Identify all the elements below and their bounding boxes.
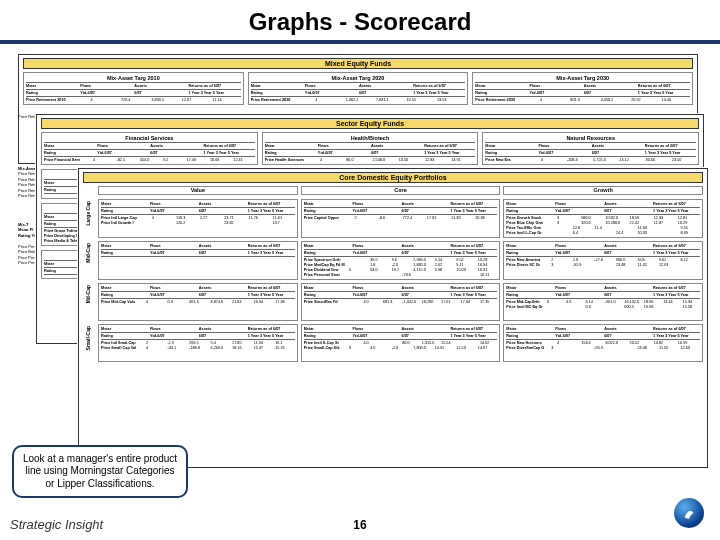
- table-row: Price Small Cap Val4-34.1-188.86,260.018…: [101, 346, 295, 350]
- table-row: Price Retirement 20104726.44,800.512.071…: [26, 98, 241, 102]
- table-row: Price Capital Oppor2-8.6772.417.8111.301…: [304, 216, 498, 220]
- table-row: Price Retirement 202041,362.27,831.119.5…: [251, 98, 466, 102]
- grid-cell: MstarFlowsAssetsReturns as of 6/07Rating…: [503, 241, 703, 280]
- col-health: Health/Biotech MstarFlowsAssetsReturns a…: [262, 132, 479, 165]
- table-row: Price Dividend Grw463.019.74,115.05.9815…: [304, 268, 498, 272]
- col-title: Natural Resources: [485, 135, 696, 143]
- table-row: Price Intl Large-Cap4110.32.2723.7111.76…: [101, 216, 295, 220]
- table-row: Price MedCap Eq Fd M1.8-2.01,830.32.629.…: [304, 263, 498, 267]
- col-title: Health/Biotech: [265, 135, 476, 143]
- table-row: Price Tax-Effic Grw22.811.411.639.55: [506, 226, 700, 230]
- table-row: Price Small-Cap Stk34.0-2.07,800.014.921…: [304, 346, 498, 350]
- grid-cell: MstarFlowsAssetsReturns as of 6/07Rating…: [301, 199, 501, 238]
- col-nat-res: Natural Resources MstarFlowsAssetsReturn…: [482, 132, 699, 165]
- col-title: Mix-Asset Targ 2020: [251, 75, 466, 83]
- col-mix-2020: Mix-Asset Targ 2020 MstarFlowsAssetsRetu…: [248, 72, 469, 105]
- grid-cell: MstarFlowsAssetsReturns as of 6/07Rating…: [98, 199, 298, 238]
- grid-cell: MstarFlowsAssetsReturns as of 6/07Rating…: [98, 283, 298, 321]
- col-subhdr: RatingYtd-6/076/071 Year 3 Year 5 Year: [26, 91, 241, 97]
- sheet3-hdr-row: Value Core Growth: [79, 186, 707, 196]
- col-subhdr: RatingYtd-6/076/071 Year 3 Year 5 Year: [265, 151, 476, 157]
- table-row: Price Spectrum Grth39.59.62,966.05.149.5…: [304, 258, 498, 262]
- grid-cell: MstarFlowsAssetsReturns as of 6/07Rating…: [301, 324, 501, 362]
- sheet3-grid: Large CapMstarFlowsAssetsReturns as of 6…: [79, 199, 707, 362]
- grid-cell: MstarFlowsAssetsReturns as of 6/07Rating…: [503, 199, 703, 238]
- col-title-core: Core: [301, 186, 501, 195]
- col-title: Financial Services: [44, 135, 255, 143]
- row-cap-large-cap: Large Cap: [85, 201, 91, 225]
- footer-page-number: 16: [353, 518, 366, 532]
- col-subhdr: RatingYtd-6/076/071 Year 3 Year 5 Year: [475, 91, 690, 97]
- col-mix-2030: Mix-Asset Targ 2030 MstarFlowsAssetsRetu…: [472, 72, 693, 105]
- table-row: Price Financial Serv4-82.5454.09.217.491…: [44, 158, 255, 162]
- col-title: Mix-Asset Targ 2030: [475, 75, 690, 83]
- col-title-growth: Growth: [503, 186, 703, 195]
- sheet-stack: Mixed Equity Funds Mix-Asset Targ 2010 M…: [0, 50, 720, 490]
- row-cap-small-cap: Small-Cap: [85, 326, 91, 350]
- band-mixed-equity: Mixed Equity Funds: [23, 58, 693, 69]
- table-row: Price Instl MC Eq Gr0.0600.519.9815.58: [506, 305, 700, 309]
- row-cap-md-cap: Md-Cap: [85, 285, 91, 303]
- grid-cell: MstarFlowsAssetsReturns as of 6/07Rating…: [503, 283, 703, 321]
- table-row: Price Mid-Cap Valu40.3461.38,874.021.841…: [101, 300, 295, 304]
- col-hdr: MstarFlowsAssetsReturns as of 6/07: [26, 84, 241, 90]
- col-subhdr: RatingYtd-6/076/071 Year 3 Year 5 Year: [44, 151, 255, 157]
- table-row: Price New America22.0-27.6906.03.059.628…: [506, 258, 700, 262]
- footer-brand: Strategic Insight: [10, 517, 103, 532]
- col-hdr: MstarFlowsAssetsReturns as of 6/07: [485, 144, 696, 150]
- grid-cell: MstarFlowsAssetsReturns as of 6/07Rating…: [301, 283, 501, 321]
- col-hdr: MstarFlowsAssetsReturns as of 6/07: [475, 84, 690, 90]
- table-row: Price Intl Smal-Cap2-1.9269.59.417.8511.…: [101, 341, 295, 345]
- grid-cell: MstarFlowsAssetsReturns as of 6/07Rating…: [98, 241, 298, 280]
- table-row: Price DiverSmiCap G3-95.923.4811.0212.63: [506, 346, 700, 350]
- table-row: Price Blue Chip Grw3320.610,280.022.4211…: [506, 221, 700, 225]
- grid-row: Large CapMstarFlowsAssetsReturns as of 6…: [79, 199, 707, 238]
- table-row: Price Personal Strat-70.610.11: [304, 273, 498, 277]
- stub-s3h: Mix-T Mstar Fl Rating Ytd: [18, 222, 38, 238]
- col-mix-2010: Mix-Asset Targ 2010 MstarFlowsAssetsRetu…: [23, 72, 244, 105]
- callout-box: Look at a manager's entire product line …: [12, 445, 188, 499]
- brand-logo-icon: [674, 498, 704, 528]
- table-row: Price Instl L-Cap Gr6.424.410.038.69: [506, 231, 700, 235]
- table-row: Price StructRes Fd4.0681.3-1,042.618,200…: [304, 300, 498, 304]
- row-cap-mid-cap: Mid-Cap: [85, 243, 91, 263]
- col-hdr: MstarFlowsAssetsReturns as of 6/07: [251, 84, 466, 90]
- page-title: Graphs - Scorecard: [0, 0, 720, 40]
- grid-row: Small-CapMstarFlowsAssetsReturns as of 6…: [79, 324, 707, 362]
- sheet1-cols: Mix-Asset Targ 2010 MstarFlowsAssetsRetu…: [19, 72, 697, 105]
- grid-cell: MstarFlowsAssetsReturns as of 6/07Rating…: [98, 324, 298, 362]
- table-row: Price New Horizons4158.48,022.020.5214.8…: [506, 341, 700, 345]
- col-title-value: Value: [98, 186, 298, 195]
- table-row: Price Intl Growth I126.223.8210.7: [101, 221, 295, 225]
- grid-row: Md-CapMstarFlowsAssetsReturns as of 6/07…: [79, 283, 707, 321]
- col-subhdr: RatingYtd-6/076/071 Year 3 Year 5 Year: [485, 151, 696, 157]
- grid-cell: MstarFlowsAssetsReturns as of 6/07Rating…: [503, 324, 703, 362]
- col-hdr: MstarFlowsAssetsReturns as of 6/07: [44, 144, 255, 150]
- sheet2-cols: Financial Services MstarFlowsAssetsRetur…: [37, 132, 703, 165]
- grid-row: Mid-CapMstarFlowsAssetsReturns as of 6/0…: [79, 241, 707, 280]
- table-row: Price Growth Stock3986.03,932.018.5912.3…: [506, 216, 700, 220]
- col-hdr: MstarFlowsAssetsReturns as of 6/07: [265, 144, 476, 150]
- grid-cell: MstarFlowsAssetsReturns as of 6/07Rating…: [301, 241, 501, 280]
- col-title: Mix-Asset Targ 2010: [26, 75, 241, 83]
- table-row: Price Mid-CapGrth34.06.14-961.016,102.61…: [506, 300, 700, 304]
- col-subhdr: RatingYtd-6/076/071 Year 3 Year 5 Year: [251, 91, 466, 97]
- table-row: Price Divers SC Gr3-95.923.4811.0212.63: [506, 263, 700, 267]
- col-fin-serv: Financial Services MstarFlowsAssetsRetur…: [41, 132, 258, 165]
- table-row: Price Retirement 20304801.04,050.220.921…: [475, 98, 690, 102]
- table-row: Price New Era4-208.35,725.024.1230.6623.…: [485, 158, 696, 162]
- band-core-domestic: Core Domestic Equity Portfolios: [83, 172, 703, 183]
- sheet-core-domestic: Core Domestic Equity Portfolios Value Co…: [78, 168, 708, 468]
- table-row: Price Health Sciences486.02,548.013.5012…: [265, 158, 476, 162]
- band-sector-equity: Sector Equity Funds: [41, 118, 699, 129]
- title-rule: [0, 40, 720, 44]
- table-row: Price Instl S-Cap St4.080.01,315.615.541…: [304, 341, 498, 345]
